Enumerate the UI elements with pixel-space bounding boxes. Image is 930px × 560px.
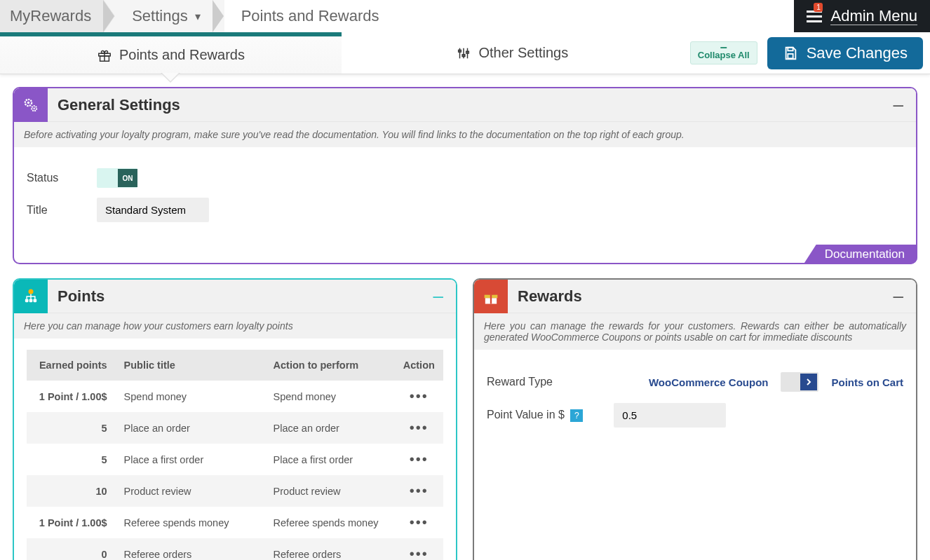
row-actions-menu[interactable]: ••• bbox=[395, 475, 443, 507]
toggle-on-label: ON bbox=[118, 169, 137, 187]
points-network-icon bbox=[14, 280, 48, 313]
point-value-label: Point Value in $ ? bbox=[487, 409, 583, 422]
cell-earned: 5 bbox=[27, 412, 117, 444]
reward-type-option-coupon[interactable]: WooCommerce Coupon bbox=[649, 376, 769, 388]
admin-menu[interactable]: 1 Admin Menu bbox=[794, 0, 930, 32]
hamburger-icon bbox=[807, 11, 822, 22]
panel-title: General Settings bbox=[58, 96, 894, 114]
cell-action-perform: Product review bbox=[244, 475, 395, 507]
gears-icon bbox=[14, 88, 48, 122]
cell-earned: 1 Point / 1.00$ bbox=[27, 381, 117, 412]
svg-rect-17 bbox=[29, 299, 33, 302]
col-earned: Earned points bbox=[27, 350, 117, 381]
svg-point-12 bbox=[27, 101, 29, 103]
table-row: 10Product reviewProduct review••• bbox=[27, 475, 443, 507]
reward-type-switch[interactable] bbox=[781, 372, 818, 392]
row-actions-menu[interactable]: ••• bbox=[395, 538, 443, 560]
chevron-right-icon bbox=[213, 0, 224, 32]
panel-general-settings: General Settings – Before activating you… bbox=[13, 87, 917, 264]
cell-public-title: Spend money bbox=[117, 381, 244, 412]
documentation-link[interactable]: Documentation bbox=[804, 245, 917, 264]
panel-rewards: Rewards – Here you can manage the reward… bbox=[473, 278, 917, 560]
point-value-input[interactable] bbox=[614, 403, 726, 428]
cell-public-title: Product review bbox=[117, 475, 244, 507]
panel-title: Rewards bbox=[518, 287, 894, 306]
cell-public-title: Place an order bbox=[117, 412, 244, 444]
svg-point-15 bbox=[29, 289, 34, 294]
tab-label: Other Settings bbox=[478, 45, 568, 61]
chevron-right-icon bbox=[800, 374, 817, 390]
row-actions-menu[interactable]: ••• bbox=[395, 507, 443, 538]
table-row: 0Referee ordersReferee orders••• bbox=[27, 538, 443, 560]
svg-rect-16 bbox=[25, 299, 29, 302]
admin-menu-label: Admin Menu bbox=[830, 7, 917, 25]
status-label: Status bbox=[27, 172, 76, 184]
gift-icon bbox=[97, 48, 112, 63]
breadcrumb: MyRewards Settings ▾ Points and Rewards … bbox=[0, 0, 930, 32]
panel-description: Here you can manage how your customers e… bbox=[14, 313, 456, 339]
cell-earned: 1 Point / 1.00$ bbox=[27, 507, 117, 538]
row-actions-menu[interactable]: ••• bbox=[395, 444, 443, 475]
save-changes-label: Save Changes bbox=[807, 44, 908, 62]
breadcrumb-page: Points and Rewards bbox=[224, 0, 795, 32]
tab-points-and-rewards[interactable]: Points and Rewards bbox=[0, 32, 342, 74]
col-action: Action bbox=[395, 350, 443, 381]
svg-rect-21 bbox=[490, 294, 492, 303]
cell-action-perform: Place a first order bbox=[244, 444, 395, 475]
sliders-icon bbox=[456, 46, 471, 61]
panel-description: Before activating your loyalty program, … bbox=[14, 122, 916, 147]
panel-title: Points bbox=[58, 287, 433, 306]
reward-type-label: Reward Type bbox=[487, 376, 553, 388]
cell-public-title: Referee spends money bbox=[117, 507, 244, 538]
help-icon[interactable]: ? bbox=[570, 409, 583, 422]
col-public-title: Public title bbox=[117, 350, 244, 381]
cell-earned: 10 bbox=[27, 475, 117, 507]
tab-label: Points and Rewards bbox=[119, 47, 245, 63]
collapse-all-button[interactable]: – Collapse All bbox=[690, 41, 757, 64]
svg-rect-10 bbox=[788, 53, 793, 57]
cell-action-perform: Place an order bbox=[244, 412, 395, 444]
title-input[interactable] bbox=[97, 198, 209, 222]
panel-points: Points – Here you can manage how your cu… bbox=[13, 278, 457, 560]
gift-icon bbox=[474, 280, 508, 313]
cell-public-title: Place a first order bbox=[117, 444, 244, 475]
reward-type-option-points[interactable]: Points on Cart bbox=[831, 376, 903, 388]
panel-description: Here you can manage the rewards for your… bbox=[474, 313, 916, 350]
cell-action-perform: Spend money bbox=[244, 381, 395, 412]
collapse-panel-button[interactable]: – bbox=[894, 94, 903, 116]
notification-badge: 1 bbox=[814, 3, 823, 12]
breadcrumb-app[interactable]: MyRewards bbox=[0, 0, 104, 32]
cell-earned: 0 bbox=[27, 538, 117, 560]
row-actions-menu[interactable]: ••• bbox=[395, 412, 443, 444]
breadcrumb-section[interactable]: Settings ▾ bbox=[115, 0, 213, 32]
table-row: 5Place a first orderPlace a first order•… bbox=[27, 444, 443, 475]
row-actions-menu[interactable]: ••• bbox=[395, 381, 443, 412]
chevron-right-icon bbox=[104, 0, 115, 32]
title-label: Title bbox=[27, 204, 76, 217]
collapse-panel-button[interactable]: – bbox=[894, 285, 903, 307]
cell-earned: 5 bbox=[27, 444, 117, 475]
save-icon bbox=[783, 46, 798, 61]
chevron-down-icon[interactable]: ▾ bbox=[195, 10, 201, 23]
svg-rect-9 bbox=[788, 47, 793, 50]
cell-action-perform: Referee spends money bbox=[244, 507, 395, 538]
cell-public-title: Referee orders bbox=[117, 538, 244, 560]
points-table: Earned points Public title Action to per… bbox=[27, 350, 443, 560]
svg-rect-18 bbox=[34, 299, 37, 302]
col-action-perform: Action to perform bbox=[244, 350, 395, 381]
collapse-all-label: Collapse All bbox=[698, 50, 750, 60]
table-row: 5Place an orderPlace an order••• bbox=[27, 412, 443, 444]
collapse-panel-button[interactable]: – bbox=[433, 285, 443, 307]
save-changes-button[interactable]: Save Changes bbox=[767, 37, 923, 69]
svg-point-14 bbox=[34, 107, 35, 109]
breadcrumb-section-label: Settings bbox=[132, 7, 188, 25]
cell-action-perform: Referee orders bbox=[244, 538, 395, 560]
table-row: 1 Point / 1.00$Spend moneySpend money••• bbox=[27, 381, 443, 412]
table-row: 1 Point / 1.00$Referee spends moneyRefer… bbox=[27, 507, 443, 538]
status-toggle[interactable]: ON bbox=[97, 168, 137, 188]
tab-other-settings[interactable]: Other Settings bbox=[342, 32, 683, 74]
